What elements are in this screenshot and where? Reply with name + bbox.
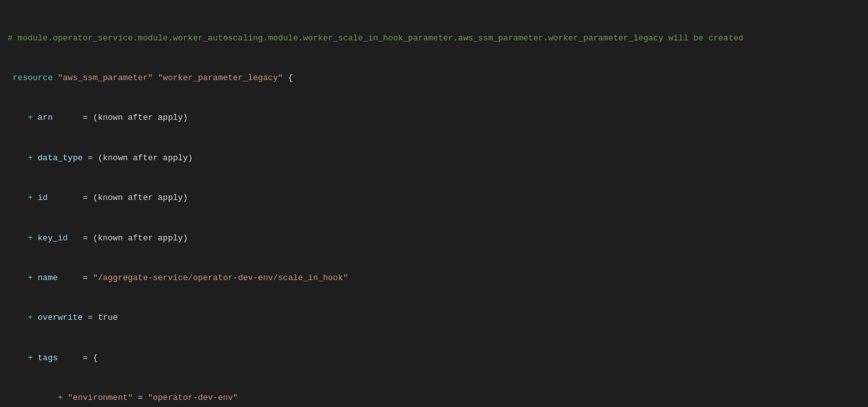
plus-icon: resource xyxy=(8,73,58,83)
tags-block-open: + tags = { xyxy=(8,352,860,365)
comment-line: # module.operator_service.module.worker_… xyxy=(8,32,860,46)
overwrite-attr: + overwrite = true xyxy=(8,311,860,325)
id-attr: + id = (known after apply) xyxy=(8,192,860,205)
resource-declaration-line: resource "aws_ssm_parameter" "worker_par… xyxy=(8,72,860,85)
key-id-attr: + key_id = (known after apply) xyxy=(8,232,860,245)
data-type-attr: + data_type = (known after apply) xyxy=(8,152,860,165)
name-attr: + name = "/aggregate-service/operator-de… xyxy=(8,272,860,285)
tags-env-attr: + "environment" = "operator-dev-env" xyxy=(8,392,860,405)
arn-attr: + arn = (known after apply) xyxy=(8,112,860,125)
terminal-output: # module.operator_service.module.worker_… xyxy=(0,0,868,407)
